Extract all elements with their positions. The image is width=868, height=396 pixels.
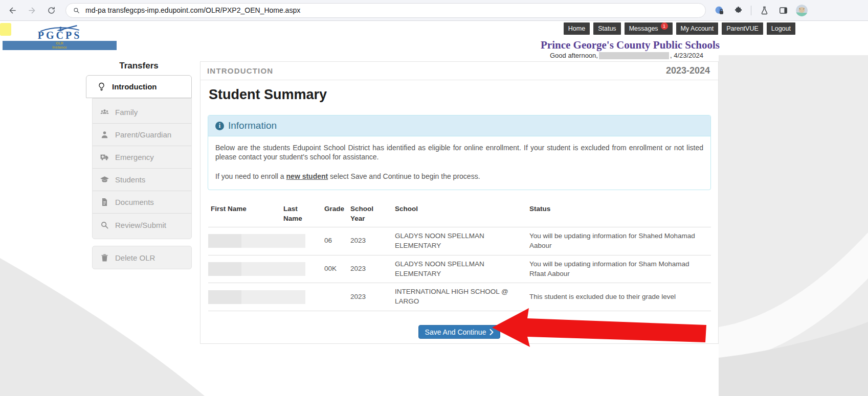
sidebar-item-review-submit[interactable]: Review/Submit (93, 214, 191, 236)
new-student-emphasis: new student (286, 172, 328, 180)
sidebar-title: Transfers (86, 61, 192, 71)
info-paragraph-2-after: select Save and Continue to begin the pr… (328, 172, 480, 180)
name-redaction-box (208, 290, 305, 304)
messages-badge: 1 (661, 22, 668, 30)
greeting-date: , 4/23/2024 (670, 52, 703, 59)
school-year-label: 2023-2024 (666, 65, 710, 76)
district-title: Prince George's County Public Schools (541, 39, 720, 52)
profile-avatar[interactable] (796, 5, 808, 16)
lightbulb-icon (97, 82, 106, 91)
name-redaction-box (208, 234, 305, 248)
nav-item-label: Home (568, 25, 585, 32)
search-icon (73, 7, 80, 14)
logo-text: PGCPS (3, 31, 117, 40)
browser-toolbar: md-pa transfegcps-imp.edupoint.com/OLR/P… (0, 0, 868, 21)
ambulance-icon (100, 152, 109, 162)
sidebar-item-introduction[interactable]: Introduction (86, 75, 192, 98)
nav-item-messages[interactable]: Messages1 (625, 22, 673, 35)
sidebar-item-label: Delete OLR (115, 253, 155, 262)
sidebar-item-delete-olr[interactable]: Delete OLR (93, 246, 191, 269)
status-cell: This student is excluded due to their gr… (527, 288, 711, 306)
info-paragraph-2: If you need to enroll a new student sele… (215, 172, 703, 181)
info-panel: i Information Below are the students Edu… (208, 115, 711, 190)
page-title: Student Summary (209, 87, 718, 103)
tracking-protection-icon[interactable] (713, 4, 725, 16)
trash-icon (100, 253, 109, 263)
logo-banner: OLR Instance (3, 41, 117, 50)
screen: md-pa transfegcps-imp.edupoint.com/OLR/P… (0, 0, 868, 396)
logo-banner-line1: OLR (3, 41, 117, 45)
users-icon (100, 107, 109, 117)
table-row: 2023INTERNATIONAL HIGH SCHOOL @ LARGOThi… (208, 283, 711, 311)
panel-header-strip: INTRODUCTION 2023-2024 (201, 62, 718, 80)
nav-item-logout[interactable]: Logout (767, 22, 795, 35)
flask-icon[interactable] (758, 4, 770, 16)
grade-cell: 00K (322, 260, 348, 278)
sidebar-delete-holder: Delete OLR (92, 246, 192, 269)
url-text: md-pa transfegcps-imp.edupoint.com/OLR/P… (85, 6, 300, 14)
student-name-cell (208, 262, 322, 276)
students-table-body: 062023GLADYS NOON SPELLMAN ELEMENTARYYou… (208, 227, 711, 311)
school-year-cell: 2023 (348, 232, 392, 250)
chevron-right-icon (489, 329, 494, 335)
student-name-cell (208, 290, 322, 304)
greeting-prefix: Good afternoon, (550, 52, 598, 59)
grade-cell (322, 293, 348, 301)
nav-item-label: Logout (771, 25, 791, 32)
back-icon[interactable] (6, 4, 18, 16)
extensions-icon[interactable] (732, 4, 744, 16)
top-nav: HomeStatusMessages1My AccountParentVUELo… (564, 22, 795, 35)
logo-banner-line2: Instance (3, 45, 117, 50)
col-header-status: Status (527, 203, 711, 223)
side-panel-icon[interactable] (777, 4, 789, 16)
sidebar-item-emergency[interactable]: Emergency (93, 146, 191, 169)
nav-item-my-account[interactable]: My Account (676, 22, 719, 35)
school-year-cell: 2023 (348, 288, 392, 306)
school-cell: GLADYS NOON SPELLMAN ELEMENTARY (392, 227, 527, 255)
nav-item-status[interactable]: Status (593, 22, 620, 35)
greeting-name-redaction (599, 52, 669, 59)
info-paragraph-1: Below are the students Edupoint School D… (215, 143, 703, 162)
nav-item-parentvue[interactable]: ParentVUE (722, 22, 763, 35)
forward-icon[interactable] (26, 4, 38, 16)
main-panel: INTRODUCTION 2023-2024 Student Summary i… (200, 61, 719, 344)
reload-icon[interactable] (45, 4, 57, 16)
nav-item-label: My Account (681, 25, 714, 32)
toolbar-divider (751, 6, 751, 15)
name-redaction-box (208, 262, 305, 276)
sidebar-item-label: Review/Submit (115, 221, 166, 229)
nav-item-home[interactable]: Home (564, 22, 590, 35)
search-icon (100, 220, 109, 230)
col-header-grade: Grade (322, 203, 348, 223)
sidebar-item-documents[interactable]: Documents (93, 191, 191, 214)
user-icon (100, 130, 109, 139)
sidebar-item-label: Family (115, 108, 138, 117)
nav-item-label: ParentVUE (726, 25, 759, 32)
district-logo: PGCPS OLR Instance (3, 25, 117, 50)
sidebar-item-family[interactable]: Family (93, 101, 191, 124)
school-cell: INTERNATIONAL HIGH SCHOOL @ LARGO (392, 283, 527, 311)
url-bar[interactable]: md-pa transfegcps-imp.edupoint.com/OLR/P… (65, 3, 706, 18)
students-table-header: First NameLast NameGradeSchool YearSchoo… (208, 203, 711, 227)
info-icon: i (215, 122, 224, 130)
student-name-cell (208, 234, 322, 248)
info-paragraph-2-before: If you need to enroll a (215, 172, 286, 180)
section-label: INTRODUCTION (207, 66, 273, 75)
nav-item-label: Status (598, 25, 616, 32)
sidebar-item-students[interactable]: Students (93, 169, 191, 191)
sidebar-item-label: Parent/Guardian (115, 130, 171, 139)
yellow-highlight-square (0, 23, 11, 36)
col-header-last-name: Last Name (281, 203, 307, 223)
save-button-label: Save And Continue (425, 328, 486, 336)
document-icon (100, 197, 109, 207)
info-panel-body: Below are the students Edupoint School D… (208, 136, 710, 190)
save-and-continue-button[interactable]: Save And Continue (418, 325, 501, 339)
sidebar-item-parent-guardian[interactable]: Parent/Guardian (93, 124, 191, 146)
col-header-first-name: First Name (208, 203, 281, 223)
grade-cell: 06 (322, 232, 348, 250)
status-cell: You will be updating information for Sha… (527, 227, 711, 255)
table-row: 00K2023GLADYS NOON SPELLMAN ELEMENTARYYo… (208, 255, 711, 284)
greeting-line: Good afternoon, , 4/23/2024 (550, 52, 703, 59)
col-header-school: School (392, 203, 527, 223)
graduation-cap-icon (100, 175, 109, 184)
